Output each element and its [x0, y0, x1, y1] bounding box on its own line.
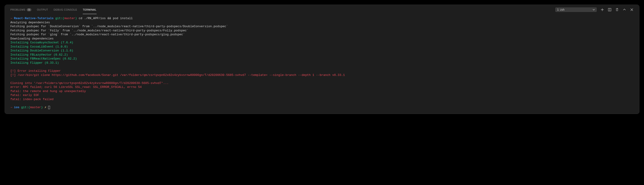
tab-output-label: OUTPUT [37, 8, 48, 11]
terminal-panel: PROBLEMS 9 OUTPUT DEBUG CONSOLE TERMINAL… [4, 5, 640, 114]
install-line: Installing CocoaAsyncSocket (7.6.4) [10, 41, 73, 44]
output-line: Downloading dependencies [10, 37, 54, 40]
error-line: error: RPC failed; curl 56 LibreSSL SSL_… [10, 85, 142, 89]
panel-tab-bar: PROBLEMS 9 OUTPUT DEBUG CONSOLE TERMINAL… [5, 5, 639, 15]
git-branch: master [30, 106, 41, 109]
tab-terminal[interactable]: TERMINAL [83, 6, 96, 14]
kill-terminal-button[interactable] [615, 8, 619, 12]
install-line: Installing Flipper (0.33.1) [10, 61, 59, 65]
tab-problems-label: PROBLEMS [10, 8, 25, 11]
prompt-directory: ios [14, 106, 19, 109]
git-label: git:( [19, 106, 30, 109]
tab-terminal-label: TERMINAL [83, 8, 96, 11]
command-text: cd ./RN_APP/ios && pod install [77, 17, 133, 20]
problems-count-badge: 9 [27, 8, 31, 11]
install-line: Installing DoubleConversion (1.1.6) [10, 49, 73, 52]
tab-problems[interactable]: PROBLEMS 9 [10, 6, 31, 14]
prompt-directory: React-Native-Tutorials [14, 17, 54, 20]
tab-list: PROBLEMS 9 OUTPUT DEBUG CONSOLE TERMINAL [10, 6, 555, 14]
git-branch: master [64, 17, 75, 20]
tab-output[interactable]: OUTPUT [37, 6, 48, 14]
trash-icon [615, 8, 619, 12]
terminal-selector-dropdown[interactable]: 1: zsh [555, 7, 597, 12]
output-line: Analyzing dependencies [10, 21, 50, 24]
split-terminal-button[interactable] [608, 8, 612, 12]
output-line: Fetching podspec for `DoubleConversion` … [10, 25, 228, 28]
terminal-selector-value: 1: zsh [557, 8, 564, 11]
error-line: [!] Error installing Flipper [10, 69, 60, 73]
install-line: Installing FBLazyVector (0.62.2) [10, 53, 68, 57]
close-icon [630, 8, 634, 12]
git-label: git:( [54, 17, 64, 20]
terminal-cursor [48, 106, 50, 109]
error-line: fatal: index-pack failed [10, 98, 54, 101]
terminal-toolbar: 1: zsh [555, 7, 634, 12]
chevron-down-icon [592, 9, 595, 11]
install-line: Installing FBReactNativeSpec (0.62.2) [10, 57, 77, 60]
dirty-mark: ✗ [43, 106, 48, 109]
error-line: fatal: early EOF [10, 93, 39, 97]
tab-debug-console[interactable]: DEBUG CONSOLE [54, 6, 77, 14]
output-line: Fetching podspec for `glog` from `../nod… [10, 33, 185, 36]
prompt-arrow: → [10, 106, 14, 109]
install-line: Installing CocoaLibEvent (1.0.0) [10, 45, 68, 49]
maximize-panel-button[interactable] [622, 8, 626, 12]
error-line: Cloning into '/var/folders/qm/csrtpvpn62… [10, 81, 169, 85]
error-line: fatal: the remote end hung up unexpected… [10, 90, 86, 93]
git-close-paren: ) [75, 17, 77, 20]
tab-debug-label: DEBUG CONSOLE [54, 8, 77, 11]
prompt-arrow: → [10, 17, 14, 20]
error-line: [!] /usr/bin/git clone https://github.co… [10, 73, 345, 77]
plus-icon [600, 8, 604, 12]
split-icon [608, 8, 612, 12]
terminal-output[interactable]: → React-Native-Tutorials git:(master) cd… [5, 15, 639, 114]
new-terminal-button[interactable] [600, 8, 604, 12]
chevron-up-icon [622, 8, 626, 12]
output-line: Fetching podspec for `Folly` from `../no… [10, 29, 188, 32]
close-panel-button[interactable] [630, 8, 634, 12]
